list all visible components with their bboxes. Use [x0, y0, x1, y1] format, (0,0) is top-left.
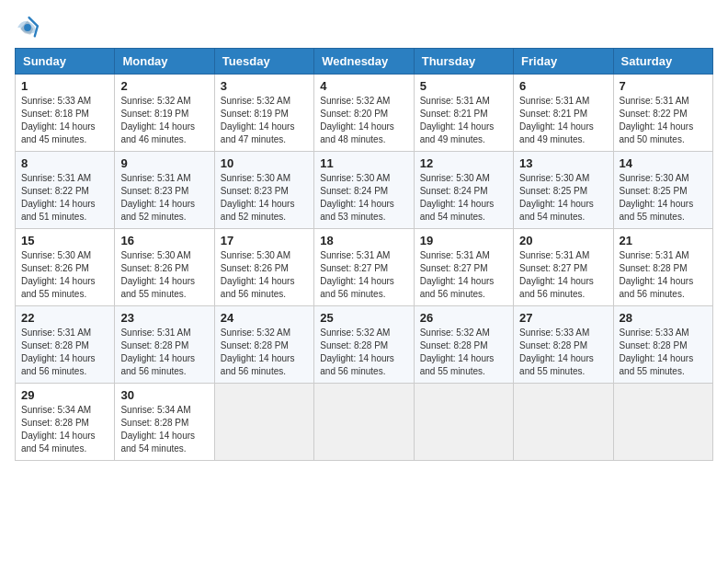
- calendar-cell: 27Sunrise: 5:33 AM Sunset: 8:28 PM Dayli…: [514, 306, 613, 384]
- calendar-cell: 8Sunrise: 5:31 AM Sunset: 8:22 PM Daylig…: [16, 152, 115, 229]
- day-info: Sunrise: 5:31 AM Sunset: 8:27 PM Dayligh…: [420, 249, 507, 301]
- calendar-cell: 21Sunrise: 5:31 AM Sunset: 8:28 PM Dayli…: [613, 229, 712, 306]
- calendar-cell: 2Sunrise: 5:32 AM Sunset: 8:19 PM Daylig…: [115, 75, 214, 152]
- day-number: 17: [221, 234, 308, 247]
- day-number: 16: [120, 234, 208, 247]
- day-number: 20: [519, 234, 607, 247]
- header-area: [15, 15, 713, 40]
- calendar-cell: 16Sunrise: 5:30 AM Sunset: 8:26 PM Dayli…: [115, 229, 214, 306]
- calendar-cell: 12Sunrise: 5:30 AM Sunset: 8:24 PM Dayli…: [414, 152, 513, 229]
- day-info: Sunrise: 5:33 AM Sunset: 8:28 PM Dayligh…: [620, 327, 707, 378]
- calendar-cell: 20Sunrise: 5:31 AM Sunset: 8:27 PM Dayli…: [514, 229, 613, 306]
- calendar-cell: 3Sunrise: 5:32 AM Sunset: 8:19 PM Daylig…: [214, 75, 313, 152]
- calendar-cell: [214, 384, 313, 461]
- day-info: Sunrise: 5:33 AM Sunset: 8:28 PM Dayligh…: [519, 327, 607, 378]
- day-number: 24: [221, 311, 308, 325]
- calendar-cell: 11Sunrise: 5:30 AM Sunset: 8:24 PM Dayli…: [314, 152, 414, 229]
- day-info: Sunrise: 5:34 AM Sunset: 8:28 PM Dayligh…: [120, 404, 208, 455]
- svg-point-1: [24, 24, 31, 31]
- column-header-friday: Friday: [514, 49, 613, 75]
- calendar-cell: 22Sunrise: 5:31 AM Sunset: 8:28 PM Dayli…: [16, 306, 115, 384]
- day-info: Sunrise: 5:31 AM Sunset: 8:22 PM Dayligh…: [21, 172, 108, 224]
- day-info: Sunrise: 5:30 AM Sunset: 8:25 PM Dayligh…: [620, 172, 707, 224]
- day-number: 26: [420, 311, 507, 325]
- calendar-week-3: 15Sunrise: 5:30 AM Sunset: 8:26 PM Dayli…: [16, 229, 713, 306]
- day-info: Sunrise: 5:30 AM Sunset: 8:26 PM Dayligh…: [21, 249, 108, 301]
- calendar-cell: 18Sunrise: 5:31 AM Sunset: 8:27 PM Dayli…: [314, 229, 414, 306]
- column-header-monday: Monday: [115, 49, 214, 75]
- day-info: Sunrise: 5:30 AM Sunset: 8:26 PM Dayligh…: [120, 249, 208, 301]
- day-info: Sunrise: 5:30 AM Sunset: 8:25 PM Dayligh…: [519, 172, 607, 224]
- day-info: Sunrise: 5:31 AM Sunset: 8:22 PM Dayligh…: [620, 95, 707, 146]
- calendar-cell: 10Sunrise: 5:30 AM Sunset: 8:23 PM Dayli…: [214, 152, 313, 229]
- day-number: 5: [420, 79, 507, 93]
- day-info: Sunrise: 5:32 AM Sunset: 8:19 PM Dayligh…: [221, 95, 308, 146]
- column-header-thursday: Thursday: [414, 49, 513, 75]
- calendar-cell: 19Sunrise: 5:31 AM Sunset: 8:27 PM Dayli…: [414, 229, 513, 306]
- day-info: Sunrise: 5:34 AM Sunset: 8:28 PM Dayligh…: [21, 404, 108, 455]
- day-number: 19: [420, 234, 507, 247]
- day-number: 30: [120, 388, 208, 402]
- day-number: 22: [21, 311, 108, 325]
- calendar-cell: 29Sunrise: 5:34 AM Sunset: 8:28 PM Dayli…: [16, 384, 115, 461]
- calendar-cell: 7Sunrise: 5:31 AM Sunset: 8:22 PM Daylig…: [613, 75, 712, 152]
- day-number: 23: [120, 311, 208, 325]
- day-info: Sunrise: 5:31 AM Sunset: 8:23 PM Dayligh…: [120, 172, 208, 224]
- day-number: 7: [620, 79, 707, 93]
- day-number: 6: [519, 79, 607, 93]
- logo: [15, 15, 44, 40]
- day-info: Sunrise: 5:32 AM Sunset: 8:28 PM Dayligh…: [420, 327, 507, 378]
- day-number: 18: [320, 234, 407, 247]
- calendar-cell: 6Sunrise: 5:31 AM Sunset: 8:21 PM Daylig…: [514, 75, 613, 152]
- day-number: 4: [320, 79, 407, 93]
- calendar-week-1: 1Sunrise: 5:33 AM Sunset: 8:18 PM Daylig…: [16, 75, 713, 152]
- column-header-sunday: Sunday: [16, 49, 115, 75]
- day-info: Sunrise: 5:31 AM Sunset: 8:21 PM Dayligh…: [420, 95, 507, 146]
- day-info: Sunrise: 5:30 AM Sunset: 8:23 PM Dayligh…: [221, 172, 308, 224]
- calendar-week-5: 29Sunrise: 5:34 AM Sunset: 8:28 PM Dayli…: [16, 384, 713, 461]
- column-header-tuesday: Tuesday: [214, 49, 313, 75]
- calendar-cell: 30Sunrise: 5:34 AM Sunset: 8:28 PM Dayli…: [115, 384, 214, 461]
- day-number: 2: [120, 79, 208, 93]
- column-header-wednesday: Wednesday: [314, 49, 414, 75]
- day-number: 1: [21, 79, 108, 93]
- day-info: Sunrise: 5:31 AM Sunset: 8:27 PM Dayligh…: [519, 249, 607, 301]
- day-info: Sunrise: 5:31 AM Sunset: 8:28 PM Dayligh…: [620, 249, 707, 301]
- day-number: 9: [120, 156, 208, 170]
- calendar-cell: 23Sunrise: 5:31 AM Sunset: 8:28 PM Dayli…: [115, 306, 214, 384]
- day-number: 29: [21, 388, 108, 402]
- calendar-cell: 14Sunrise: 5:30 AM Sunset: 8:25 PM Dayli…: [613, 152, 712, 229]
- day-number: 25: [320, 311, 407, 325]
- calendar-cell: 24Sunrise: 5:32 AM Sunset: 8:28 PM Dayli…: [214, 306, 313, 384]
- day-number: 10: [221, 156, 308, 170]
- calendar-header-row: SundayMondayTuesdayWednesdayThursdayFrid…: [16, 49, 713, 75]
- calendar-cell: 9Sunrise: 5:31 AM Sunset: 8:23 PM Daylig…: [115, 152, 214, 229]
- day-info: Sunrise: 5:32 AM Sunset: 8:20 PM Dayligh…: [320, 95, 407, 146]
- day-number: 13: [519, 156, 607, 170]
- day-info: Sunrise: 5:31 AM Sunset: 8:27 PM Dayligh…: [320, 249, 407, 301]
- calendar-week-2: 8Sunrise: 5:31 AM Sunset: 8:22 PM Daylig…: [16, 152, 713, 229]
- column-header-saturday: Saturday: [613, 49, 712, 75]
- calendar-table: SundayMondayTuesdayWednesdayThursdayFrid…: [15, 48, 713, 461]
- calendar-cell: 15Sunrise: 5:30 AM Sunset: 8:26 PM Dayli…: [16, 229, 115, 306]
- calendar-cell: [514, 384, 613, 461]
- calendar-cell: [414, 384, 513, 461]
- day-info: Sunrise: 5:30 AM Sunset: 8:26 PM Dayligh…: [221, 249, 308, 301]
- day-number: 12: [420, 156, 507, 170]
- day-info: Sunrise: 5:32 AM Sunset: 8:28 PM Dayligh…: [221, 327, 308, 378]
- calendar-cell: 13Sunrise: 5:30 AM Sunset: 8:25 PM Dayli…: [514, 152, 613, 229]
- calendar-cell: 25Sunrise: 5:32 AM Sunset: 8:28 PM Dayli…: [314, 306, 414, 384]
- day-info: Sunrise: 5:33 AM Sunset: 8:18 PM Dayligh…: [21, 95, 108, 146]
- day-info: Sunrise: 5:30 AM Sunset: 8:24 PM Dayligh…: [320, 172, 407, 224]
- calendar-cell: 26Sunrise: 5:32 AM Sunset: 8:28 PM Dayli…: [414, 306, 513, 384]
- calendar-cell: 5Sunrise: 5:31 AM Sunset: 8:21 PM Daylig…: [414, 75, 513, 152]
- day-number: 28: [620, 311, 707, 325]
- calendar-week-4: 22Sunrise: 5:31 AM Sunset: 8:28 PM Dayli…: [16, 306, 713, 384]
- day-info: Sunrise: 5:30 AM Sunset: 8:24 PM Dayligh…: [420, 172, 507, 224]
- calendar-cell: [314, 384, 414, 461]
- day-number: 15: [21, 234, 108, 247]
- day-number: 21: [620, 234, 707, 247]
- day-info: Sunrise: 5:31 AM Sunset: 8:28 PM Dayligh…: [120, 327, 208, 378]
- day-number: 27: [519, 311, 607, 325]
- day-info: Sunrise: 5:32 AM Sunset: 8:28 PM Dayligh…: [320, 327, 407, 378]
